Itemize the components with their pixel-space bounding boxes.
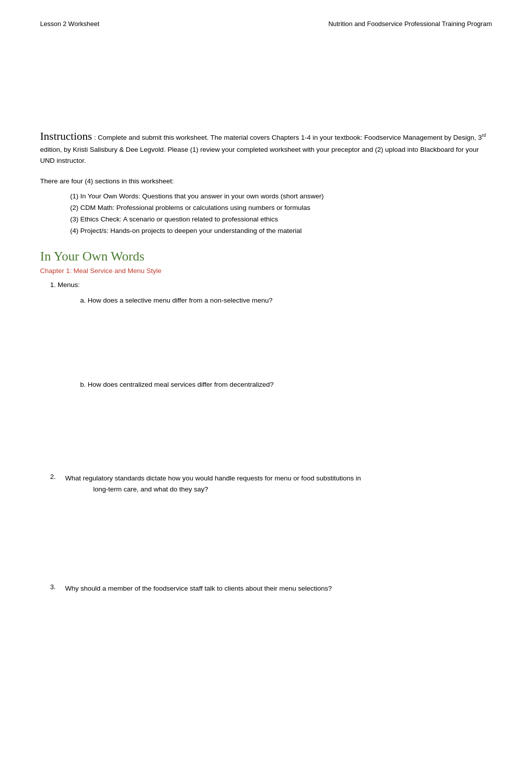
- item-2-continuation: long-term care, and what do they say?: [93, 484, 492, 495]
- answer-space-2[interactable]: [80, 500, 492, 565]
- instructions-text1: Complete and submit this worksheet. The …: [98, 134, 482, 141]
- instructions-text2: edition, by Kristi Salisbury & Dee Legvo…: [40, 146, 479, 164]
- instructions-label: Instructions: [40, 130, 92, 142]
- sections-intro: There are four (4) sections in this work…: [40, 176, 492, 187]
- list-item: (3) Ethics Check: A scenario or question…: [70, 214, 492, 225]
- item-1-label: 1. Menus:: [50, 280, 492, 291]
- item-2-label: 2.: [50, 473, 65, 484]
- item-1b: b. How does centralized meal services di…: [80, 379, 492, 390]
- item-3-label: 3.: [50, 583, 65, 594]
- item-3-wrapper: 3. Why should a member of the foodservic…: [40, 583, 492, 594]
- list-item: (4) Project/s: Hands-on projects to deep…: [70, 225, 492, 237]
- page: Lesson 2 Worksheet Nutrition and Foodser…: [0, 0, 532, 782]
- item-2-row: 2. What regulatory standards dictate how…: [50, 473, 492, 484]
- item-3-row: 3. Why should a member of the foodservic…: [50, 583, 492, 594]
- answer-space-1b[interactable]: [80, 393, 492, 458]
- answer-space-1a[interactable]: [80, 309, 492, 369]
- item-2-wrapper: 2. What regulatory standards dictate how…: [40, 473, 492, 494]
- instructions-section: Instructions : Complete and submit this …: [40, 128, 492, 166]
- instructions-sup: rd: [482, 132, 486, 138]
- main-section-heading: In Your Own Words: [40, 249, 492, 264]
- header-left: Lesson 2 Worksheet: [40, 20, 99, 28]
- instructions-colon: :: [92, 134, 98, 141]
- sections-list: (1) In Your Own Words: Questions that yo…: [40, 191, 492, 237]
- item-1a: a. How does a selective menu differ from…: [80, 295, 492, 306]
- item-2-text: What regulatory standards dictate how yo…: [65, 473, 361, 484]
- item-3-text: Why should a member of the foodservice s…: [65, 583, 332, 594]
- page-header: Lesson 2 Worksheet Nutrition and Foodser…: [40, 20, 492, 28]
- list-item: (1) In Your Own Words: Questions that yo…: [70, 191, 492, 202]
- chapter-heading: Chapter 1: Meal Service and Menu Style: [40, 267, 492, 275]
- list-item: (2) CDM Math: Professional problems or c…: [70, 202, 492, 214]
- header-right: Nutrition and Foodservice Professional T…: [328, 20, 492, 28]
